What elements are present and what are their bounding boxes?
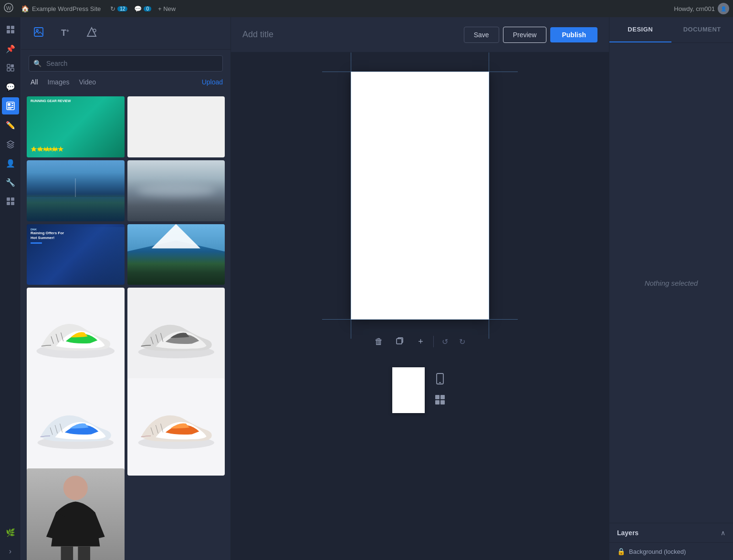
media-item[interactable] bbox=[27, 378, 125, 476]
add-tool-button[interactable]: + bbox=[412, 333, 429, 350]
layers-title: Layers bbox=[617, 529, 721, 537]
page-canvas[interactable] bbox=[351, 72, 489, 320]
arrow-icon[interactable]: › bbox=[2, 543, 19, 560]
svg-rect-16 bbox=[7, 197, 10, 201]
header-actions: Save Preview Publish bbox=[464, 27, 597, 43]
new-button[interactable]: + New bbox=[158, 5, 176, 12]
wp-logo-icon[interactable]: W bbox=[4, 3, 13, 15]
svg-rect-31 bbox=[397, 339, 402, 344]
undo-button[interactable]: ↺ bbox=[438, 334, 453, 349]
canvas-title-input[interactable] bbox=[242, 30, 456, 40]
settings-icon[interactable]: 🔧 bbox=[2, 174, 19, 191]
leaf-icon[interactable]: 🌿 bbox=[2, 524, 19, 541]
tab-text[interactable]: T+ bbox=[56, 24, 74, 42]
shape-tab-icon bbox=[86, 27, 97, 40]
svg-rect-17 bbox=[11, 197, 14, 201]
undo-redo-controls: ↺ ↻ bbox=[438, 334, 470, 349]
upload-button[interactable]: Upload bbox=[202, 78, 223, 86]
page-thumbnail[interactable] bbox=[392, 367, 425, 413]
layer-item-background[interactable]: 🔒 Background (locked) bbox=[609, 542, 733, 560]
text-tab-icon: T+ bbox=[61, 28, 69, 38]
tab-design[interactable]: DESIGN bbox=[609, 17, 671, 42]
user-avatar: 👤 bbox=[718, 3, 729, 14]
media-item[interactable] bbox=[127, 160, 225, 221]
main-layout: 📌 💬 ✏️ 👤 🔧 🌿 › bbox=[0, 17, 733, 560]
lock-icon: 🔒 bbox=[617, 548, 625, 555]
canvas-with-guides bbox=[351, 72, 489, 320]
mobile-icon[interactable] bbox=[432, 371, 448, 386]
svg-rect-35 bbox=[440, 395, 445, 399]
search-icon: 🔍 bbox=[33, 60, 42, 67]
svg-rect-29 bbox=[61, 547, 73, 560]
media-item[interactable]: RUNNING GEAR REVIEW ★★★★★ ★★★★★ RUNNING … bbox=[27, 96, 125, 157]
svg-text:W: W bbox=[6, 5, 11, 11]
svg-rect-18 bbox=[7, 202, 10, 205]
home-icon: 🏠 bbox=[21, 5, 29, 12]
canvas-toolbar: 🗑 + bbox=[363, 329, 478, 354]
media-item[interactable] bbox=[127, 224, 225, 285]
updates-item[interactable]: ↻ 12 bbox=[110, 5, 127, 12]
comments-rail-icon[interactable]: 💬 bbox=[2, 78, 19, 95]
grid-icon[interactable] bbox=[2, 193, 19, 210]
tab-shape[interactable] bbox=[82, 23, 102, 43]
comments-item[interactable]: 💬 0 bbox=[134, 5, 151, 12]
duplicate-icon bbox=[396, 336, 404, 347]
media-item[interactable] bbox=[127, 288, 225, 385]
svg-rect-12 bbox=[11, 103, 13, 104]
preview-button[interactable]: Preview bbox=[503, 27, 547, 43]
layers-icon[interactable] bbox=[2, 135, 19, 153]
grid-layout-icon[interactable] bbox=[432, 392, 448, 407]
right-panel-tabs: DESIGN DOCUMENT bbox=[609, 17, 733, 43]
filter-all[interactable]: All bbox=[29, 77, 40, 87]
svg-rect-36 bbox=[435, 400, 440, 404]
block-icon[interactable] bbox=[2, 59, 19, 76]
delete-tool-button[interactable]: 🗑 bbox=[370, 333, 387, 350]
filter-images[interactable]: Images bbox=[46, 77, 72, 87]
svg-rect-5 bbox=[11, 30, 14, 33]
svg-point-28 bbox=[63, 476, 88, 500]
dashboard-icon[interactable] bbox=[2, 21, 19, 38]
tab-document[interactable]: DOCUMENT bbox=[671, 17, 733, 42]
tab-image[interactable] bbox=[29, 23, 49, 43]
svg-rect-15 bbox=[8, 108, 11, 109]
canvas-header: Save Preview Publish bbox=[231, 17, 609, 52]
filter-video[interactable]: Video bbox=[77, 77, 98, 87]
svg-rect-7 bbox=[11, 64, 14, 67]
svg-rect-8 bbox=[7, 68, 10, 71]
media-item[interactable] bbox=[127, 96, 225, 157]
svg-rect-19 bbox=[11, 202, 14, 205]
person-icon[interactable]: 👤 bbox=[2, 155, 19, 172]
media-item[interactable]: DNK Raining Offers ForHot Summer! bbox=[27, 224, 125, 285]
media-item[interactable] bbox=[27, 468, 125, 560]
layers-header[interactable]: Layers ∧ bbox=[609, 523, 733, 542]
svg-rect-11 bbox=[8, 103, 10, 106]
site-name[interactable]: 🏠 Example WordPress Site bbox=[21, 5, 101, 12]
media-item[interactable] bbox=[27, 160, 125, 221]
duplicate-tool-button[interactable] bbox=[391, 333, 408, 350]
pencil-icon[interactable]: ✏️ bbox=[2, 116, 19, 134]
media-grid: RUNNING GEAR REVIEW ★★★★★ ★★★★★ RUNNING … bbox=[21, 93, 230, 560]
updates-icon: ↻ bbox=[110, 5, 115, 12]
svg-rect-6 bbox=[7, 64, 10, 67]
toolbar-divider bbox=[433, 336, 434, 347]
admin-bar-items: ↻ 12 💬 0 + New bbox=[110, 5, 176, 12]
svg-rect-4 bbox=[7, 30, 10, 33]
save-button[interactable]: Save bbox=[464, 27, 499, 43]
guideline-right bbox=[489, 52, 489, 339]
svg-rect-20 bbox=[34, 28, 43, 36]
svg-rect-37 bbox=[440, 400, 445, 404]
redo-icon: ↻ bbox=[459, 337, 465, 346]
media-item[interactable] bbox=[127, 378, 225, 476]
pin-icon[interactable]: 📌 bbox=[2, 40, 19, 57]
svg-rect-30 bbox=[78, 547, 90, 560]
layers-toggle-icon: ∧ bbox=[721, 529, 725, 537]
publish-button[interactable]: Publish bbox=[550, 27, 597, 42]
media-icon[interactable] bbox=[2, 97, 19, 114]
svg-rect-34 bbox=[435, 395, 440, 399]
media-item[interactable] bbox=[27, 288, 125, 385]
image-tab-icon bbox=[33, 27, 44, 40]
redo-button[interactable]: ↻ bbox=[455, 334, 470, 349]
user-info[interactable]: Howdy, crn001 👤 bbox=[674, 3, 729, 14]
search-input[interactable] bbox=[29, 55, 223, 72]
layers-panel: Layers ∧ 🔒 Background (locked) bbox=[609, 523, 733, 560]
